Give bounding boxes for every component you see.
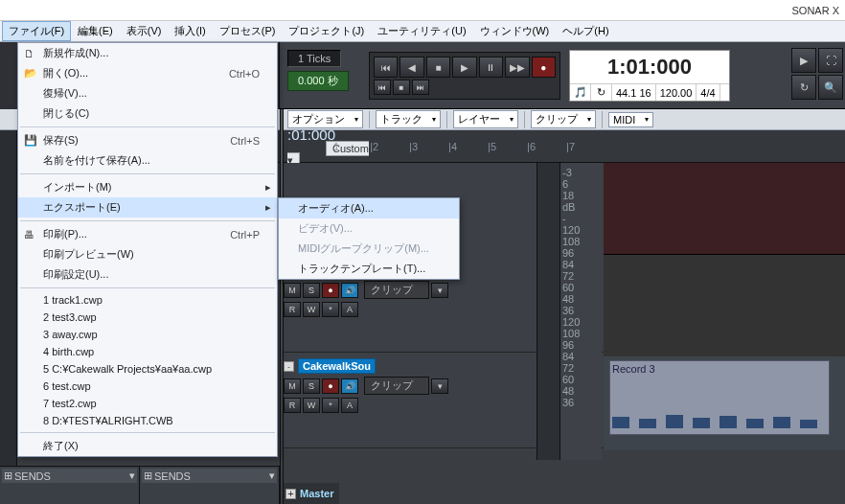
expand-icon[interactable]: ⊞ [144, 470, 152, 482]
pause-button[interactable]: ⏸ [479, 57, 503, 78]
seconds-display[interactable]: 0.000 秒 [287, 71, 349, 91]
scale-tick: 120 [560, 224, 602, 236]
sub-dropdown[interactable]: トラック [376, 110, 441, 128]
menu-item[interactable]: 3 away.cwp [18, 326, 277, 343]
clip-dropdown[interactable]: クリップ [364, 281, 429, 299]
midi-track-lane[interactable] [604, 255, 845, 356]
track-button[interactable]: W [303, 302, 320, 317]
tool-zoom-button[interactable]: 🔍 [818, 75, 843, 100]
track-button[interactable]: * [322, 302, 339, 317]
track-name[interactable]: CakewalkSou [298, 358, 376, 374]
menu-item[interactable]: プロセス(P) [213, 21, 283, 41]
time-display[interactable]: 1:01:000 🎵 ↻ 44.1 16 120.00 4/4 [569, 50, 730, 102]
menu-item[interactable]: 2 test3.cwp [18, 309, 277, 326]
track-button[interactable]: R [284, 302, 301, 317]
stop-button[interactable]: ■ [426, 57, 450, 78]
track-button[interactable]: M [284, 283, 301, 298]
menu-item[interactable]: 8 D:¥TEST¥ALRIGHT.CWB [18, 412, 277, 429]
menu-item[interactable]: 📂開く(O)...Ctrl+O [18, 63, 277, 83]
clip-dropdown-toggle[interactable]: ▾ [431, 283, 448, 298]
track-button[interactable]: * [322, 398, 339, 413]
menu-item[interactable]: ファイル(F) [2, 21, 71, 41]
tool-play-button[interactable]: ▶ [791, 48, 816, 73]
cakewalk-track-lane[interactable]: Record 3 [604, 356, 845, 450]
menu-item[interactable]: 終了(X) [18, 436, 277, 456]
menu-item[interactable]: 閉じる(C) [18, 103, 277, 124]
ticks-display[interactable]: 1 Ticks [287, 50, 341, 67]
track-button[interactable]: 🔊 [341, 283, 358, 298]
menu-item-label: 閉じる(C) [43, 106, 260, 121]
sends-dropdown-icon[interactable]: ▾ [129, 470, 135, 482]
menu-item[interactable]: 🖶印刷(P)...Ctrl+P [18, 224, 277, 244]
menu-item[interactable]: エクスポート(E) [18, 197, 277, 218]
sends-box-2[interactable]: ⊞SENDS▾ [140, 467, 280, 504]
tool-fit-button[interactable]: ⛶ [818, 48, 843, 73]
menu-item[interactable]: 4 birth.cwp [18, 343, 277, 360]
tempo-value[interactable]: 120.00 [656, 84, 697, 101]
menu-item[interactable]: 復帰(V)... [18, 83, 277, 103]
menu-item[interactable]: プロジェクト(J) [282, 21, 371, 41]
master-bus[interactable]: + Master [280, 483, 339, 504]
sub-dropdown[interactable]: MIDI [608, 112, 653, 127]
clip-dropdown-toggle[interactable]: ▾ [431, 378, 448, 394]
record-clip[interactable]: Record 3 [609, 360, 830, 435]
track-button[interactable]: R [284, 398, 301, 413]
rewind-start-button[interactable]: ⏮ [374, 57, 398, 78]
menu-item[interactable]: 印刷プレビュー(W) [18, 244, 277, 264]
marker-prev-button[interactable]: ⏮ [374, 80, 391, 95]
time-signature[interactable]: 4/4 [697, 84, 719, 101]
play-button[interactable]: ▶ [452, 57, 476, 78]
submenu-item[interactable]: オーディオ(A)... [279, 198, 459, 218]
track-button[interactable]: S [303, 283, 320, 298]
track-button[interactable]: A [341, 302, 358, 317]
sends-box-1[interactable]: ⊞SENDS▾ [0, 467, 140, 504]
expand-icon[interactable]: + [285, 489, 296, 499]
menu-item[interactable]: 5 C:¥Cakewalk Projects¥aa¥aa.cwp [18, 360, 277, 378]
submenu-item[interactable]: トラックテンプレート(T)... [279, 259, 459, 279]
audio-track-lane[interactable] [604, 163, 845, 255]
track-button[interactable]: ● [322, 378, 339, 394]
track-button[interactable]: S [303, 378, 320, 394]
sends-dropdown-icon[interactable]: ▾ [269, 470, 275, 482]
db-scale-column: -3618dB-12010896847260483612010896847260… [560, 163, 602, 460]
menu-item[interactable]: ヘルプ(H) [556, 21, 615, 41]
marker-stop-button[interactable]: ■ [393, 80, 410, 95]
menu-item[interactable]: 6 test.cwp [18, 378, 277, 395]
sub-dropdown[interactable]: クリップ [531, 110, 596, 128]
track-button[interactable]: A [341, 398, 358, 413]
menu-item[interactable]: 挿入(I) [168, 21, 212, 41]
pane-divider[interactable] [280, 109, 284, 504]
sub-dropdown[interactable]: レイヤー [453, 110, 518, 128]
collapse-icon[interactable]: - [284, 361, 294, 372]
track-button[interactable]: 🔊 [341, 378, 358, 394]
timeline-ruler[interactable]: 1|2|3|4|5|6|7 [324, 141, 845, 152]
menu-item[interactable]: 💾保存(S)Ctrl+S [18, 130, 277, 150]
rewind-button[interactable]: ◀ [400, 57, 423, 78]
menu-item[interactable]: 印刷設定(U)... [18, 264, 277, 285]
clip-dropdown[interactable]: クリップ [364, 377, 429, 395]
clip-area[interactable]: Record 3 [604, 163, 845, 450]
submenu-item[interactable]: ビデオ(V)... [279, 218, 459, 239]
track-button[interactable]: W [303, 398, 320, 413]
expand-icon[interactable]: ⊞ [4, 470, 12, 482]
menu-item[interactable]: インポート(M) [18, 177, 277, 197]
forward-button[interactable]: ▶▶ [505, 57, 529, 78]
track-button[interactable]: ● [322, 283, 339, 298]
track-button[interactable]: M [284, 378, 301, 394]
menu-item[interactable]: 名前を付けて保存(A)... [18, 150, 277, 171]
submenu-item[interactable]: MIDIグループクリップ(M)... [279, 239, 459, 259]
tool-loop-button[interactable]: ↻ [791, 75, 816, 100]
menu-item[interactable]: 🗋新規作成(N)... [18, 43, 277, 63]
menu-item[interactable]: 1 track1.cwp [18, 291, 277, 309]
menu-item[interactable]: 7 test2.cwp [18, 395, 277, 412]
loop-icon[interactable]: ↻ [591, 84, 612, 101]
record-button[interactable]: ● [532, 57, 556, 78]
metronome-icon[interactable]: 🎵 [570, 84, 591, 101]
menu-item[interactable]: ウィンドウ(W) [473, 21, 557, 41]
waveform-preview [612, 380, 827, 428]
sample-rate[interactable]: 44.1 16 [612, 84, 656, 101]
marker-next-button[interactable]: ⏭ [412, 80, 429, 95]
menu-item[interactable]: 表示(V) [120, 21, 169, 41]
menu-item[interactable]: ユーティリティ(U) [371, 21, 472, 41]
menu-item[interactable]: 編集(E) [71, 21, 120, 41]
